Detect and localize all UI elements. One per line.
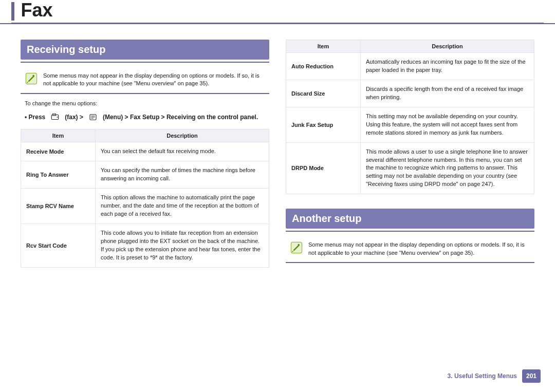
menu-path-prefix: • Press (25, 114, 45, 121)
note-text: Some menus may not appear in the display… (308, 241, 530, 257)
desc-cell: You can specify the number of times the … (95, 161, 269, 189)
item-cell: Auto Reduction (286, 53, 361, 80)
receiving-table: Item Description Receive Mode You can se… (21, 129, 269, 267)
section-header-receiving: Receiving setup (21, 40, 269, 60)
section-header-another: Another setup (286, 209, 534, 229)
menu-path: • Press (fax) > (Menu) > Fax Setup > Rec… (25, 113, 269, 122)
table-head-desc: Description (360, 40, 534, 53)
table-head-desc: Description (95, 129, 269, 142)
svg-point-1 (32, 75, 34, 77)
desc-cell: This option allows the machine to automa… (95, 189, 269, 224)
table-row: Ring To Answer You can specify the numbe… (21, 161, 269, 189)
receiving-table-cont: Item Description Auto Reduction Automati… (286, 40, 534, 194)
note-text: Some menus may not appear in the display… (43, 72, 265, 88)
table-row: DRPD Mode This mode allows a user to use… (286, 142, 534, 194)
left-column: Receiving setup Some menus may not appea… (21, 40, 269, 268)
table-row: Receive Mode You can select the default … (21, 142, 269, 161)
menu-icon (88, 113, 98, 122)
svg-point-4 (57, 117, 58, 118)
page-title-bar: Fax (0, 0, 555, 24)
footer-chapter: 3. Useful Setting Menus (448, 372, 517, 380)
item-cell: Ring To Answer (21, 161, 96, 189)
table-head-item: Item (286, 40, 361, 53)
item-cell: Discard Size (286, 80, 361, 107)
table-row: Discard Size Discards a specific length … (286, 80, 534, 107)
svg-point-10 (298, 244, 299, 246)
item-cell: Receive Mode (21, 142, 96, 161)
desc-cell: This mode allows a user to use a single … (360, 142, 534, 194)
table-row: Junk Fax Setup This setting may not be a… (286, 107, 534, 142)
desc-cell: This code allows you to initiate fax rec… (95, 223, 269, 267)
note-box: Some menus may not appear in the display… (25, 72, 265, 88)
item-cell: Stamp RCV Name (21, 189, 96, 224)
item-cell: DRPD Mode (286, 142, 361, 194)
footer-page-number: 201 (522, 369, 541, 383)
item-cell: Junk Fax Setup (286, 107, 361, 142)
table-row: Rcv Start Code This code allows you to i… (21, 223, 269, 267)
note-icon (25, 72, 38, 85)
section-header-label: Receiving setup (27, 44, 105, 55)
fax-icon (50, 113, 60, 122)
menu-path-main: (Menu) > Fax Setup > Receiving on the co… (103, 114, 258, 121)
item-cell: Rcv Start Code (21, 223, 96, 267)
table-head-item: Item (21, 129, 96, 142)
section-header-label: Another setup (292, 213, 362, 224)
title-accent (11, 2, 14, 21)
note-icon (290, 241, 303, 254)
instruction-text: To change the menu options: (25, 99, 265, 108)
right-column: Item Description Auto Reduction Automati… (286, 40, 534, 268)
desc-cell: You can select the default fax receiving… (95, 142, 269, 161)
desc-cell: Discards a specific length from the end … (360, 80, 534, 107)
table-row: Auto Reduction Automatically reduces an … (286, 53, 534, 80)
desc-cell: This setting may not be available depend… (360, 107, 534, 142)
page-footer: 3. Useful Setting Menus 201 (448, 369, 541, 383)
fax-label: (fax) > (65, 114, 83, 121)
note-box: Some menus may not appear in the display… (290, 241, 530, 257)
page-title: Fax (21, 0, 52, 21)
table-row: Stamp RCV Name This option allows the ma… (21, 189, 269, 224)
desc-cell: Automatically reduces an incoming fax pa… (360, 53, 534, 80)
